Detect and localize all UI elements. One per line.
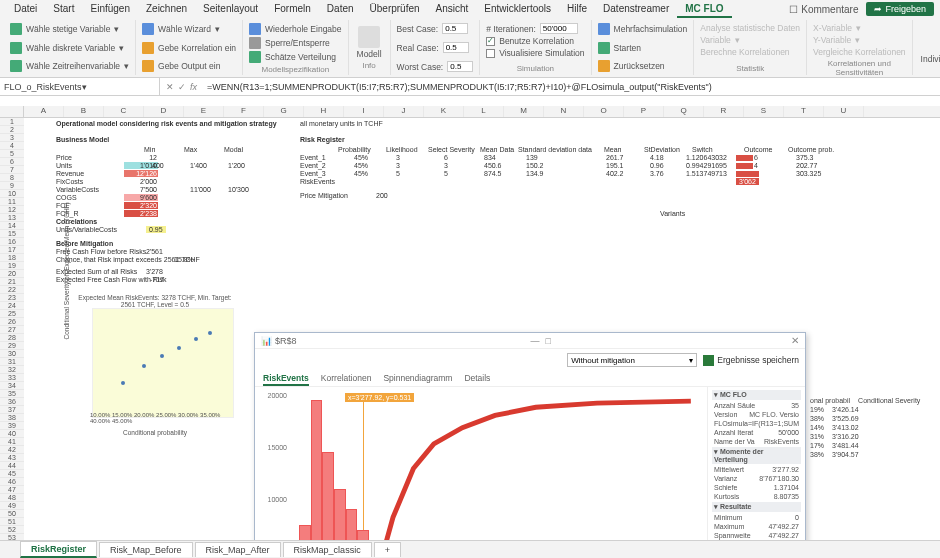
ribbon-correlation-in[interactable]: Gebe Korrelation ein [142, 41, 236, 55]
save-results-button[interactable]: Ergebnisse speichern [703, 355, 799, 366]
dlg-tab-1[interactable]: Korrelationen [321, 371, 372, 386]
formula-bar[interactable]: =WENN(R13=1;SUMMENPRODUKT(I5:I7;R5:R7);S… [203, 82, 940, 92]
stats-panel: ▾ MC FLOAnzahl Säule35VersionMC FLO. Ver… [707, 387, 805, 558]
name-box[interactable]: FLO_o_RiskEvents ▾ [0, 78, 160, 95]
dlg-max[interactable]: □ [546, 336, 551, 346]
menu-tab-hilfe[interactable]: Hilfe [559, 1, 595, 18]
start-sim[interactable]: Starten [598, 41, 688, 55]
ribbon-lock[interactable]: Sperre/Entsperre [249, 36, 342, 50]
sheet-tabs[interactable]: RiskRegisterRisk_Map_BeforeRisk_Map_Afte… [0, 540, 940, 558]
dlg-icon: 📊 [261, 336, 271, 346]
menu-tab-daten[interactable]: Daten [319, 1, 362, 18]
conditional-table: onal probabilConditional Severity19%3'42… [810, 396, 920, 459]
menu-tab-start[interactable]: Start [45, 1, 82, 18]
dlg-title: $R$8 [275, 336, 297, 346]
share-button[interactable]: ➦ Freigeben [866, 2, 934, 16]
sheet-tab-RiskMap_classic[interactable]: RiskMap_classic [283, 542, 372, 557]
dlg-close[interactable]: ✕ [791, 335, 799, 346]
menu-tab-seitenlayout[interactable]: Seitenlayout [195, 1, 266, 18]
menu-tab-mc flo[interactable]: MC FLO [677, 1, 731, 18]
fx-ok[interactable]: ✓ [178, 82, 186, 92]
ribbon-repeat[interactable]: Wiederhole Eingabe [249, 22, 342, 36]
menu-tab-überprüfen[interactable]: Überprüfen [362, 1, 428, 18]
mitigation-combo[interactable]: Without mitigation▾ [567, 353, 697, 367]
dlg-min[interactable]: — [531, 336, 540, 346]
fx-icon[interactable]: fx [190, 82, 197, 92]
ribbon-output[interactable]: Gebe Output ein [142, 59, 236, 73]
real-case[interactable]: Real Case: [397, 41, 474, 54]
results-dialog: 📊 $R$8 — □ ✕ Without mitigation▾ Ergebni… [254, 332, 806, 558]
row-headers[interactable]: 1234567891011121314151617181920212223242… [0, 118, 24, 558]
model-icon[interactable] [358, 26, 380, 48]
ribbon-estimate[interactable]: Schätze Verteilung [249, 50, 342, 64]
column-headers[interactable]: ABCDEFGHIJKLMNOPQRSTU [0, 106, 940, 118]
menu-tab-ansicht[interactable]: Ansicht [428, 1, 477, 18]
sheet-tab-Risk_Map_After[interactable]: Risk_Map_After [195, 542, 281, 557]
ribbon-wizard[interactable]: Wähle Wizard ▾ [142, 22, 236, 36]
add-sheet[interactable]: + [374, 542, 401, 557]
ribbon-var-continuous[interactable]: Wähle stetige Variable ▾ [10, 22, 129, 36]
cmp-corr: Vergleiche Korrelationen [813, 46, 906, 58]
multi-sim[interactable]: Mehrfachsimulation [598, 22, 688, 36]
dlg-tab-2[interactable]: Spinnendiagramm [383, 371, 452, 386]
use-correlation[interactable]: Benutze Korrelation [486, 35, 584, 47]
stat-analysis: Analyse statistische Daten [700, 22, 800, 34]
stat-var: Variable ▾ [700, 34, 800, 46]
menu-tab-formeln[interactable]: Formeln [266, 1, 319, 18]
ribbon-var-timeseries[interactable]: Wähle Zeitreihenvariable ▾ [10, 59, 129, 73]
ribbon-indiv-eval[interactable]: Individuelle Auswertung [921, 53, 940, 65]
stat-corr: Berechne Korrelationen [700, 46, 800, 58]
ribbon-var-discrete[interactable]: Wähle diskrete Variable ▾ [10, 41, 129, 55]
mini-scatter-chart: Expected Mean RiskEvents: 3278 TCHF, Min… [70, 296, 240, 436]
histogram-chart: x=3'277.92, y=0.531 05000100001500020000… [255, 387, 707, 558]
y-var: Y-Variable ▾ [813, 34, 906, 46]
reset-sim[interactable]: Zurücksetzen [598, 59, 688, 73]
menu-tab-einfügen[interactable]: Einfügen [82, 1, 137, 18]
ribbon-group-label: Modellspezifikation [249, 64, 342, 74]
sheet-tab-RiskRegister[interactable]: RiskRegister [20, 541, 97, 558]
menu-tab-datenstreamer[interactable]: Datenstreamer [595, 1, 677, 18]
menu-tab-datei[interactable]: Datei [6, 1, 45, 18]
x-var: X-Variable ▾ [813, 22, 906, 34]
dlg-tab-3[interactable]: Details [464, 371, 490, 386]
visualize-sim[interactable]: Visualisiere Simulation [486, 47, 584, 59]
menu-tab-zeichnen[interactable]: Zeichnen [138, 1, 195, 18]
fx-cancel[interactable]: ✕ [166, 82, 174, 92]
dlg-tab-0[interactable]: RiskEvents [263, 371, 309, 386]
ribbon: Wähle stetige Variable ▾ Wähle diskrete … [0, 18, 940, 78]
menu-tab-entwicklertools[interactable]: Entwicklertools [476, 1, 559, 18]
iterations[interactable]: # Iterationen: [486, 22, 584, 35]
comments-button[interactable]: ☐ Kommentare [789, 4, 858, 15]
best-case[interactable]: Best Case: [397, 22, 474, 35]
worst-case[interactable]: Worst Case: [397, 60, 474, 73]
save-icon [703, 355, 714, 366]
sheet-tab-Risk_Map_Before[interactable]: Risk_Map_Before [99, 542, 193, 557]
ribbon-model[interactable]: Modell [357, 48, 382, 60]
